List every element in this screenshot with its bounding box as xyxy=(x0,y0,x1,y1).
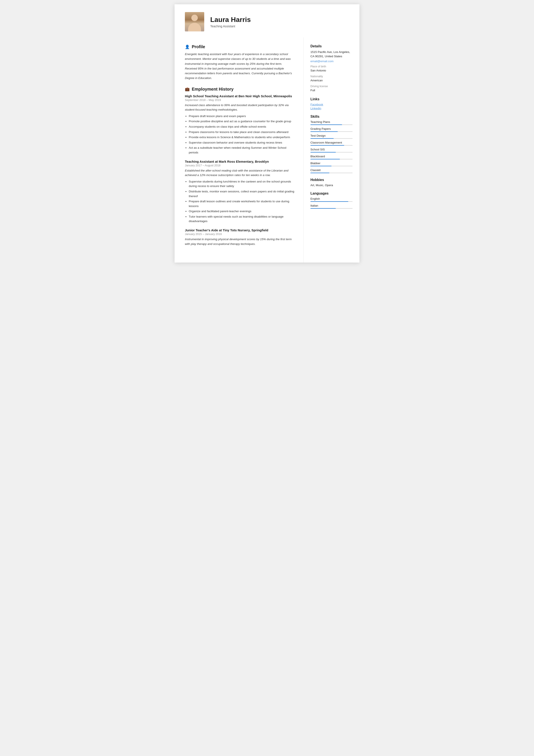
bullet-item: Provide extra lessons in Science & Mathe… xyxy=(189,135,295,140)
header: Laura Harris Teaching Assistant xyxy=(175,4,359,38)
profile-icon: 👤 xyxy=(185,44,190,49)
employment-heading-text: Employment History xyxy=(192,87,234,92)
details-heading: Details xyxy=(310,44,353,48)
profile-text: Energetic teaching assistant with four y… xyxy=(185,52,295,81)
skill-blackboard: Blackboard xyxy=(310,155,353,159)
language-english: English xyxy=(310,197,353,202)
bullet-item: Prepare draft lesson plans and exam pape… xyxy=(189,114,295,119)
bullet-item: Prepare draft lesson outlines and create… xyxy=(189,199,295,208)
links-section: Links Facebook Linkedin xyxy=(310,97,353,110)
left-column: 👤 Profile Energetic teaching assistant w… xyxy=(175,38,304,262)
employment-heading: 💼 Employment History xyxy=(185,87,295,92)
job-3-dates: January 2015 – January 2016 xyxy=(185,232,295,236)
job-1-description: Increased class attendance to 99% and bo… xyxy=(185,103,295,112)
job-1-dates: September 2018 – May 2019 xyxy=(185,98,295,101)
skill-classroom-management: Classroom Management xyxy=(310,141,353,146)
job-2-title: Teaching Assistant at Mark Ross Elementa… xyxy=(185,160,295,163)
detail-license-value: Full xyxy=(310,88,353,93)
employment-icon: 💼 xyxy=(185,87,190,92)
hobbies-text: Art, Music, Opera xyxy=(310,183,353,187)
skill-teaching-plans: Teaching Plans xyxy=(310,120,353,125)
skills-section: Skills Teaching Plans Grading Papers Tes… xyxy=(310,115,353,173)
detail-pob-value: San Antonio xyxy=(310,68,353,73)
links-heading: Links xyxy=(310,97,353,101)
profile-heading-text: Profile xyxy=(192,44,205,49)
detail-nationality-label: Nationality xyxy=(310,75,353,78)
job-1-title: High School Teaching Assistant at Ben No… xyxy=(185,94,295,98)
profile-heading: 👤 Profile xyxy=(185,44,295,49)
language-italian: Italian xyxy=(310,204,353,209)
header-info: Laura Harris Teaching Assistant xyxy=(210,15,349,28)
job-2-description: Established the after-school reading clu… xyxy=(185,168,295,177)
skill-grading-papers: Grading Papers xyxy=(310,127,353,132)
main-layout: 👤 Profile Energetic teaching assistant w… xyxy=(175,38,359,262)
detail-email: email@email.com xyxy=(310,60,353,63)
detail-pob-label: Place of birth xyxy=(310,65,353,68)
bullet-item: Act as a substitute teacher when needed … xyxy=(189,146,295,155)
link-facebook[interactable]: Facebook xyxy=(310,103,353,106)
bullet-item: Prepare classrooms for lessons to take p… xyxy=(189,130,295,134)
job-3-title: Junior Teacher's Aide at Tiny Tots Nurse… xyxy=(185,228,295,232)
detail-license-label: Driving license xyxy=(310,85,353,88)
resume-container: Laura Harris Teaching Assistant 👤 Profil… xyxy=(175,4,359,262)
bullet-item: Organize and facilitated parent-teacher … xyxy=(189,209,295,214)
bullet-item: Supervise students during lunchtimes in … xyxy=(189,179,295,189)
bullet-item: Accompany students on class trips and of… xyxy=(189,124,295,129)
job-3: Junior Teacher's Aide at Tiny Tots Nurse… xyxy=(185,228,295,246)
hobbies-section: Hobbies Art, Music, Opera xyxy=(310,178,353,187)
details-section: Details 1515 Pacific Ave, Los Angeles, C… xyxy=(310,44,353,93)
bullet-item: Supervise classroom behavior and oversee… xyxy=(189,140,295,145)
avatar-image xyxy=(185,12,204,31)
skill-classkit: Classkit xyxy=(310,169,353,173)
skill-blabber: Blabber xyxy=(310,162,353,166)
job-2-dates: January 2017 – August 2018 xyxy=(185,164,295,167)
candidate-name: Laura Harris xyxy=(210,15,349,24)
bullet-item: Promote positive discipline and act as a… xyxy=(189,119,295,124)
job-1: High School Teaching Assistant at Ben No… xyxy=(185,94,295,155)
right-column: Details 1515 Pacific Ave, Los Angeles, C… xyxy=(304,38,359,262)
job-2-bullets: Supervise students during lunchtimes in … xyxy=(185,179,295,224)
job-1-bullets: Prepare draft lesson plans and exam pape… xyxy=(185,114,295,155)
link-linkedin[interactable]: Linkedin xyxy=(310,107,353,110)
languages-section: Languages English Italian xyxy=(310,192,353,209)
languages-heading: Languages xyxy=(310,192,353,195)
skills-heading: Skills xyxy=(310,115,353,119)
employment-section: 💼 Employment History High School Teachin… xyxy=(185,87,295,246)
hobbies-heading: Hobbies xyxy=(310,178,353,182)
bullet-item: Tutor learners with special needs such a… xyxy=(189,214,295,224)
detail-nationality-value: American xyxy=(310,78,353,83)
detail-address: 1515 Pacific Ave, Los Angeles, CA 90291,… xyxy=(310,50,353,59)
avatar xyxy=(185,12,204,31)
job-3-description: Instrumental in improving physical devel… xyxy=(185,237,295,246)
candidate-title: Teaching Assistant xyxy=(210,25,349,28)
skill-school-sis: School SIS xyxy=(310,148,353,152)
bullet-item: Distribute tests, monitor exam sessions,… xyxy=(189,189,295,199)
profile-section: 👤 Profile Energetic teaching assistant w… xyxy=(185,44,295,81)
job-2: Teaching Assistant at Mark Ross Elementa… xyxy=(185,160,295,224)
skill-test-design: Test Design xyxy=(310,134,353,139)
